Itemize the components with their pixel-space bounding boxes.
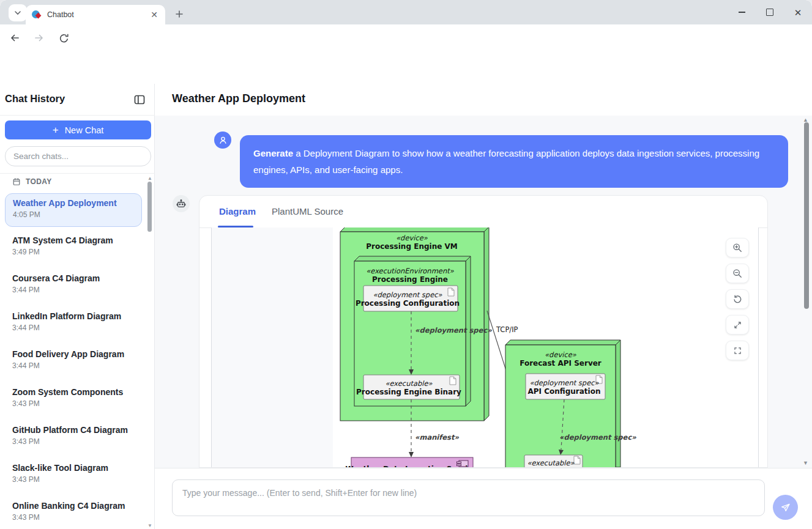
window-minimize-button[interactable]: [728, 0, 756, 24]
tab-close-icon[interactable]: ✕: [149, 9, 159, 20]
chat-item-title: LinkedIn Platform Diagram: [12, 311, 135, 321]
zoom-out-button[interactable]: [726, 264, 749, 283]
svg-text:Forecast API Server: Forecast API Server: [520, 359, 602, 368]
expand-button[interactable]: [726, 315, 749, 335]
svg-text:«executable»: «executable»: [385, 379, 433, 388]
svg-text:«deployment spec»: «deployment spec»: [529, 379, 599, 387]
window-maximize-button[interactable]: [756, 0, 784, 24]
document-icon: [574, 456, 580, 464]
back-button[interactable]: [7, 31, 22, 45]
svg-text:«device»: «device»: [545, 350, 577, 359]
chat-item-github[interactable]: GitHub Platform C4 Diagram 3:43 PM: [5, 421, 142, 454]
browser-window: Chatbot ✕ ✕ ai-toolbox.visual-paradigm.c…: [0, 0, 812, 529]
svg-text:«executable»: «executable»: [527, 459, 575, 467]
diagram-card: Diagram PlantUML Source «device» Process…: [199, 195, 768, 468]
fullscreen-button[interactable]: [726, 341, 749, 360]
chat-item-title: Food Delivery App Diagram: [12, 349, 135, 359]
minimize-icon: [739, 12, 745, 12]
new-tab-button[interactable]: [171, 6, 187, 22]
chat-item-atm-system[interactable]: ATM System C4 Diagram 3:49 PM: [5, 231, 142, 265]
collapse-sidebar-button[interactable]: [133, 94, 146, 106]
back-arrow-icon: [9, 32, 21, 44]
chat-history-sidebar: Chat History + New Chat TODAY Weather Ap…: [0, 84, 155, 529]
message-composer: [155, 468, 812, 529]
message-input[interactable]: [172, 479, 765, 516]
chat-item-online-banking[interactable]: Online Banking C4 Diagram 3:43 PM: [5, 497, 142, 529]
browser-toolbar: ai-toolbox.visual-paradigm.com/app/chatb…: [0, 24, 812, 51]
svg-text:Processing Configuration: Processing Configuration: [356, 299, 460, 308]
chat-item-title: GitHub Platform C4 Diagram: [12, 425, 135, 435]
chat-messages-area: Generate a Deployment Diagram to show ho…: [155, 116, 812, 468]
zoom-in-button[interactable]: [726, 238, 749, 257]
svg-text:«deployment spec»: «deployment spec»: [415, 326, 492, 335]
chat-scrollbar-thumb[interactable]: [804, 122, 809, 309]
artifact-processing-configuration: «deployment spec» Processing Configurati…: [356, 286, 460, 311]
chat-item-food-delivery[interactable]: Food Delivery App Diagram 3:44 PM: [5, 345, 142, 379]
chat-item-coursera[interactable]: Coursera C4 Diagram 3:44 PM: [5, 269, 142, 303]
reload-icon: [58, 32, 70, 44]
chat-item-time: 3:49 PM: [12, 248, 135, 256]
diagram-zoom-controls: [726, 238, 749, 360]
tab-plantuml-source[interactable]: PlantUML Source: [272, 206, 343, 216]
chat-item-time: 3:44 PM: [12, 324, 135, 332]
site-favicon: [32, 10, 42, 20]
reload-button[interactable]: [56, 31, 71, 45]
node-forecast-api-server: «device» Forecast API Server: [505, 340, 620, 467]
svg-text:Processing Engine: Processing Engine: [372, 275, 448, 284]
reset-view-button[interactable]: [726, 289, 749, 309]
chat-item-weather-app-deployment[interactable]: Weather App Deployment 4:05 PM: [5, 193, 142, 227]
chat-item-title: ATM System C4 Diagram: [12, 235, 135, 245]
app-header: Chatbot Visual Paradigm AI Assistant for…: [0, 51, 812, 84]
plus-icon: [175, 10, 184, 18]
svg-text:«deployment spec»: «deployment spec»: [373, 290, 442, 299]
calendar-icon: [12, 177, 21, 186]
divider: [0, 173, 155, 174]
svg-text:Processing Engine Binary: Processing Engine Binary: [356, 388, 461, 396]
svg-text:«device»: «device»: [396, 234, 428, 242]
svg-text:API Configuration: API Configuration: [528, 387, 601, 396]
search-input[interactable]: [6, 147, 152, 166]
zoom-in-icon: [732, 243, 742, 253]
svg-text:«manifest»: «manifest»: [415, 433, 459, 442]
svg-text:«deployment spec»: «deployment spec»: [559, 433, 636, 442]
svg-text:TCP/IP: TCP/IP: [496, 325, 518, 334]
fullscreen-brackets-icon: [733, 346, 742, 355]
chat-item-linkedin[interactable]: LinkedIn Platform Diagram 3:44 PM: [5, 307, 142, 341]
chat-item-title: Slack-like Tool Diagram: [12, 463, 135, 473]
chat-item-zoom-system[interactable]: Zoom System Components 3:43 PM: [5, 383, 142, 416]
chat-item-time: 3:44 PM: [12, 361, 135, 370]
user-avatar: [214, 131, 231, 149]
tab-search-button[interactable]: [9, 4, 27, 21]
person-icon: [218, 135, 228, 146]
chat-item-title: Weather App Deployment: [13, 198, 134, 208]
svg-text:Weather Data Ingestion Servic: Weather Data Ingestion Servic: [345, 465, 472, 467]
window-close-button[interactable]: ✕: [784, 0, 812, 24]
chat-item-title: Coursera C4 Diagram: [12, 273, 135, 283]
window-controls: ✕: [728, 0, 812, 24]
new-chat-label: New Chat: [65, 125, 104, 135]
today-label: TODAY: [26, 177, 52, 186]
sidebar-scroll-down-icon[interactable]: ▼: [147, 523, 152, 528]
search-chats-box[interactable]: [5, 146, 151, 166]
sidebar-scrollbar-thumb[interactable]: [147, 182, 152, 232]
page-title: Weather App Deployment: [172, 92, 305, 105]
chat-scroll-down-icon[interactable]: ▼: [803, 460, 808, 466]
new-chat-button[interactable]: + New Chat: [5, 120, 151, 139]
browser-tab[interactable]: Chatbot ✕: [26, 5, 165, 24]
conversation-titlebar: Weather App Deployment: [155, 84, 812, 116]
svg-text:Processing Engine VM: Processing Engine VM: [366, 242, 457, 251]
diagram-viewport[interactable]: «device» Processing Engine VM «execution…: [211, 228, 759, 467]
zoom-out-icon: [732, 268, 742, 278]
chat-item-slack-like[interactable]: Slack-like Tool Diagram 3:43 PM: [5, 459, 142, 492]
diagram-tabbar: Diagram PlantUML Source: [199, 196, 767, 228]
forward-button[interactable]: [32, 31, 47, 45]
artifact-processing-engine-binary: «executable» Processing Engine Binary: [356, 375, 461, 399]
send-button[interactable]: [773, 495, 798, 520]
tab-diagram[interactable]: Diagram: [219, 206, 256, 216]
panel-collapse-icon: [133, 94, 146, 106]
deployment-diagram: «device» Processing Engine VM «execution…: [333, 228, 759, 467]
sidebar-title: Chat History: [5, 93, 65, 105]
sidebar-scroll-up-icon[interactable]: ▲: [147, 176, 152, 181]
chat-item-time: 3:43 PM: [12, 513, 135, 522]
chat-item-time: 3:44 PM: [12, 286, 135, 294]
